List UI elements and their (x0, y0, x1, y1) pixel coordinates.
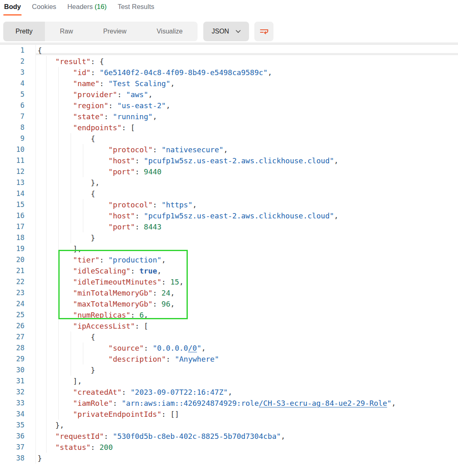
response-body-editor[interactable]: 1{2"result": {3"id": "6e5140f2-04c8-4f09… (0, 45, 458, 476)
view-preview-button[interactable]: Preview (88, 22, 142, 41)
format-select-dropdown[interactable]: JSON (203, 22, 249, 41)
token-u[interactable]: /CH-S3-ecru-ag-84-ue2-29-Role (259, 399, 387, 407)
code-text: "port": 9440 (109, 166, 162, 177)
token-k: "endpoints" (73, 123, 122, 132)
code-line: 4"name": "Test Scaling", (0, 78, 458, 89)
token-n: 9440 (144, 167, 161, 176)
token-s: " (387, 399, 391, 407)
code-line: 5"provider": "aws", (0, 89, 458, 100)
token-p: : (135, 222, 144, 231)
indent-guide (58, 365, 59, 376)
indent-guide (83, 354, 83, 365)
token-u[interactable]: /0 (188, 344, 197, 352)
token-p: : (135, 156, 144, 165)
line-number: 27 (0, 331, 36, 343)
code-text: "result": { (55, 56, 104, 67)
token-p: , (157, 267, 162, 275)
indent-guide (46, 144, 47, 155)
token-k: "host" (109, 156, 135, 165)
token-p: , (228, 388, 232, 396)
code-text: { (91, 133, 95, 144)
tab-body-label: Body (4, 3, 21, 10)
indent-guide (46, 56, 47, 67)
token-p: : (144, 344, 153, 352)
tab-test-results[interactable]: Test Results (118, 3, 154, 16)
code-line: 13}, (0, 177, 458, 188)
code-text: } (91, 365, 95, 376)
indent-guide (58, 398, 59, 409)
token-k: "port" (109, 222, 135, 231)
code-line: 24"maxTotalMemoryGb": 96, (0, 298, 458, 309)
token-p: } (91, 234, 95, 242)
token-p: , (166, 101, 170, 110)
line-number: 29 (0, 354, 36, 365)
indent-guide (83, 155, 83, 166)
token-p: : (153, 289, 162, 297)
wrap-text-button[interactable] (254, 22, 273, 41)
code-line: 27{ (0, 331, 458, 343)
line-number: 24 (0, 298, 36, 309)
line-number: 22 (0, 276, 36, 287)
token-k: "idleTimeoutMinutes" (73, 278, 162, 286)
token-p: , (193, 200, 197, 209)
token-s: "aws" (126, 90, 148, 99)
token-k: "minTotalMemoryGb" (73, 289, 153, 297)
indent-guide (46, 265, 47, 276)
code-line: 3"id": "6e5140f2-04c8-4f09-8b49-e5498ca9… (0, 67, 458, 78)
indent-guide (58, 144, 59, 155)
indent-guide (58, 343, 59, 354)
indent-guide (83, 199, 83, 210)
indent-guide (58, 276, 59, 287)
line-number: 8 (0, 122, 36, 133)
code-line: 28"source": "0.0.0.0/0", (0, 343, 458, 354)
line-number: 35 (0, 420, 36, 431)
code-text: "numReplicas": 6, (73, 309, 148, 320)
token-p: , (334, 211, 338, 220)
line-number: 4 (0, 78, 36, 89)
view-visualize-button[interactable]: Visualize (142, 22, 198, 41)
indent-guide (58, 67, 59, 78)
token-p: : (113, 399, 122, 407)
code-text: "state": "running", (73, 111, 157, 122)
code-line: 38} (0, 453, 458, 464)
tab-body[interactable]: Body (4, 3, 21, 16)
token-s: "running" (113, 112, 153, 121)
indent-guide (83, 144, 83, 155)
view-raw-button[interactable]: Raw (45, 22, 88, 41)
code-text: } (38, 453, 42, 464)
token-s: "Anywhere" (175, 355, 219, 363)
code-text: ], (73, 376, 82, 387)
token-k: "id" (73, 68, 91, 77)
tab-cookies[interactable]: Cookies (32, 3, 56, 16)
indent-guide (58, 387, 59, 398)
line-number: 26 (0, 320, 36, 331)
code-line: 35}, (0, 420, 458, 431)
indent-guide (46, 254, 47, 265)
indent-guide (46, 67, 47, 78)
code-text: "iamRole": "arn:aws:iam::426924874929:ro… (73, 398, 396, 409)
wrap-text-icon (260, 28, 269, 35)
tab-headers[interactable]: Headers (16) (67, 3, 107, 16)
tab-headers-label: Headers (67, 3, 93, 10)
indent-guide (46, 100, 47, 111)
indent-guide (71, 166, 71, 177)
code-line: 17"port": 8443 (0, 221, 458, 232)
line-number: 21 (0, 265, 36, 276)
response-tabs: Body Cookies Headers (16) Test Results (0, 0, 458, 18)
indent-guide (46, 221, 47, 232)
indent-guide (46, 199, 47, 210)
token-p: : (166, 355, 175, 363)
token-s: "https" (162, 200, 193, 209)
headers-count-badge: (16) (95, 3, 107, 10)
indent-guide (58, 111, 59, 122)
indent-guide (46, 166, 47, 177)
code-text: { (91, 188, 95, 199)
code-line: 37"status": 200 (0, 442, 458, 453)
token-k: "status" (55, 443, 91, 452)
token-p: : [ (122, 123, 135, 132)
view-pretty-button[interactable]: Pretty (3, 22, 45, 41)
line-number: 37 (0, 442, 36, 453)
token-k: "result" (55, 57, 91, 66)
code-line: 12"port": 9440 (0, 166, 458, 177)
code-line: 31], (0, 376, 458, 387)
